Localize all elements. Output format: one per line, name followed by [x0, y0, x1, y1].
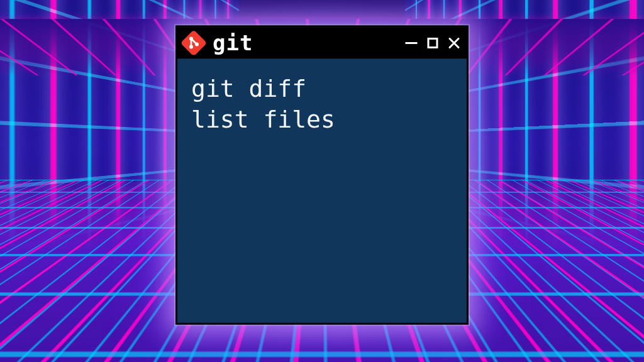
svg-point-4 [195, 42, 199, 46]
window-controls [404, 35, 462, 50]
titlebar[interactable]: git [177, 27, 467, 58]
maximize-icon [426, 36, 440, 50]
terminal-output[interactable]: git diff list files [177, 58, 467, 322]
close-button[interactable] [447, 35, 462, 50]
svg-rect-6 [428, 38, 437, 47]
window-title: git [213, 32, 253, 53]
git-logo-icon [181, 30, 206, 55]
svg-point-3 [189, 45, 193, 48]
svg-point-2 [189, 36, 193, 40]
terminal-window: git git diff list files [175, 25, 469, 324]
minimize-icon [404, 36, 418, 50]
minimize-button[interactable] [404, 35, 419, 50]
close-icon [447, 36, 461, 50]
maximize-button[interactable] [425, 35, 440, 50]
